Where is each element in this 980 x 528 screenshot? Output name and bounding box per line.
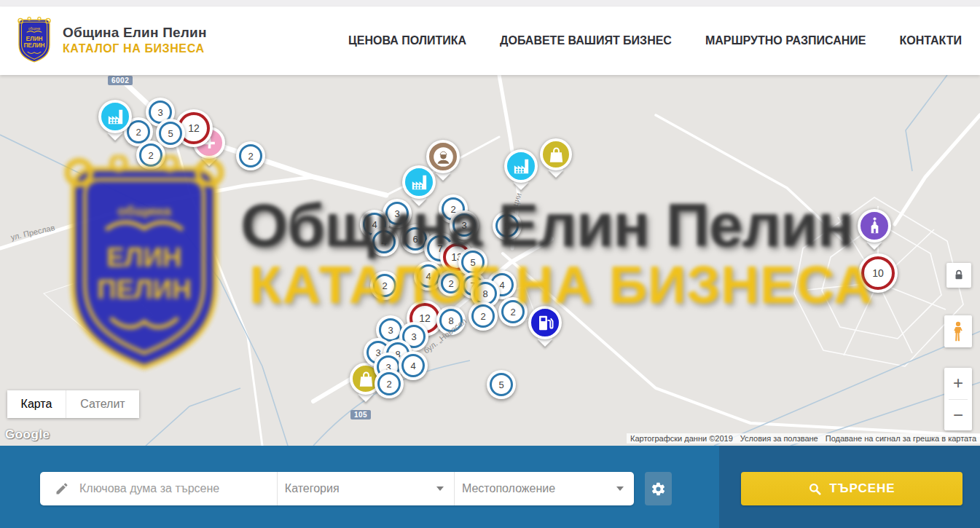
map-pin-factory[interactable] <box>504 149 538 183</box>
nav-item-bus-schedule[interactable]: МАРШРУТНО РАЗПИСАНИЕ <box>705 34 866 47</box>
factory-icon <box>409 172 430 193</box>
cluster-count: 2 <box>448 278 453 289</box>
search-icon <box>808 482 822 496</box>
map-pin-church[interactable] <box>858 209 891 243</box>
shopping-bag-icon <box>356 369 376 389</box>
main-nav: ЦЕНОВА ПОЛИТИКА ДОБАВЕТЕ ВАШИЯТ БИЗНЕС М… <box>348 7 962 75</box>
search-panel: ТЪРСЕНЕ Категория Местоположение <box>0 446 980 528</box>
cluster-count: 4 <box>372 219 377 230</box>
nav-item-add-business[interactable]: ДОБАВЕТЕ ВАШИЯТ БИЗНЕС <box>500 34 672 47</box>
map-cluster-marker[interactable]: 2 <box>236 141 265 170</box>
advanced-search-button[interactable] <box>645 472 672 505</box>
cluster-count: 5 <box>470 257 475 268</box>
cluster-count: 4 <box>499 280 504 291</box>
lock-button[interactable] <box>946 263 971 288</box>
search-action-panel: ТЪРСЕНЕ <box>719 446 980 528</box>
municipality-crest-logo: община ЕЛИН ПЕЛИН <box>15 17 54 63</box>
map-pin-shopping-bag[interactable] <box>540 138 572 170</box>
cluster-count: 4 <box>410 360 415 371</box>
map-type-control: Карта Сателит <box>7 390 139 418</box>
map-cluster-marker[interactable]: 4 <box>369 227 399 256</box>
cluster-count: 2 <box>480 311 485 322</box>
map[interactable]: 123252232354647135422748221283338342510 … <box>0 75 980 446</box>
cluster-count: 4 <box>426 271 431 282</box>
road-number-badge: 105 <box>350 410 371 419</box>
cluster-count: 2 <box>510 307 515 318</box>
top-strip <box>0 0 980 7</box>
cluster-count: 5 <box>504 221 509 232</box>
cluster-count: 2 <box>148 150 153 161</box>
road-number-badge: 6002 <box>108 76 133 85</box>
map-cluster-marker[interactable]: 10 <box>858 253 898 293</box>
map-pin-factory[interactable] <box>98 100 132 133</box>
cluster-count: 6 <box>412 234 418 245</box>
lock-icon <box>952 269 965 282</box>
search-bar: Категория Местоположение <box>40 472 634 505</box>
svg-text:община: община <box>28 27 41 31</box>
map-cluster-marker[interactable]: 2 <box>469 302 498 331</box>
map-cluster-marker[interactable]: 2 <box>370 271 399 300</box>
svg-text:ЕЛИН: ЕЛИН <box>26 36 42 42</box>
cluster-count: 4 <box>381 237 386 248</box>
site-title: Община Елин Пелин <box>63 25 207 41</box>
factory-icon <box>105 106 126 127</box>
cluster-count: 3 <box>157 107 162 118</box>
nav-item-contacts[interactable]: КОНТАКТИ <box>899 34 962 47</box>
search-button[interactable]: ТЪРСЕНЕ <box>741 472 963 505</box>
map-attribution: Картографски данни ©2019 Условия за полз… <box>627 433 980 444</box>
gear-icon <box>651 481 666 497</box>
nav-item-pricing[interactable]: ЦЕНОВА ПОЛИТИКА <box>348 34 466 47</box>
brand[interactable]: община ЕЛИН ПЕЛИН Община Елин Пелин КАТА… <box>15 17 207 63</box>
map-cluster-marker[interactable]: 2 <box>498 297 528 326</box>
google-logo[interactable]: Google <box>5 427 50 442</box>
chevron-down-icon <box>616 486 624 491</box>
map-cluster-marker[interactable]: 2 <box>375 369 404 398</box>
map-cluster-marker[interactable]: 2 <box>136 141 165 170</box>
cluster-count: 3 <box>394 208 399 219</box>
shopping-bag-icon <box>546 145 566 165</box>
cluster-count: 12 <box>188 122 200 134</box>
pegman-button[interactable] <box>944 315 972 347</box>
cluster-count: 2 <box>382 280 387 291</box>
category-select[interactable]: Категория <box>277 472 454 505</box>
cluster-count: 2 <box>136 127 141 138</box>
header: община ЕЛИН ПЕЛИН Община Елин Пелин КАТА… <box>0 7 980 75</box>
cluster-count: 2 <box>248 151 253 162</box>
attribution-copyright: Картографски данни ©2019 <box>627 433 737 444</box>
chevron-down-icon <box>436 486 444 491</box>
cluster-count: 3 <box>411 331 416 342</box>
cluster-count: 8 <box>482 288 487 299</box>
attribution-terms-link[interactable]: Условия за ползване <box>737 433 822 444</box>
page: община ЕЛИН ПЕЛИН Община Елин Пелин КАТА… <box>0 0 980 528</box>
map-view-button[interactable]: Карта <box>7 390 66 418</box>
map-cluster-marker[interactable]: 5 <box>493 211 522 240</box>
zoom-out-button[interactable]: − <box>944 400 972 431</box>
zoom-control: + − <box>944 368 972 430</box>
cluster-count: 2 <box>386 379 391 390</box>
cluster-count: 10 <box>872 267 884 279</box>
svg-text:ПЕЛИН: ПЕЛИН <box>23 42 44 49</box>
pegman-icon <box>950 320 966 342</box>
cluster-count: 5 <box>498 379 503 390</box>
zoom-in-button[interactable]: + <box>944 368 972 399</box>
cluster-count: 3 <box>388 325 393 336</box>
pencil-icon <box>55 481 69 496</box>
map-pin-fuel[interactable] <box>528 306 562 339</box>
map-marker-layer: 123252232354647135422748221283338342510 <box>0 75 980 446</box>
satellite-view-button[interactable]: Сателит <box>66 390 139 418</box>
map-cluster-marker[interactable]: 5 <box>487 370 516 399</box>
fuel-icon <box>535 312 556 334</box>
attribution-report-link[interactable]: Подаване на сигнал за грешка в картата <box>822 433 980 444</box>
map-pin-factory[interactable] <box>402 165 436 199</box>
cluster-count: 3 <box>461 220 466 231</box>
cluster-count: 12 <box>419 312 431 324</box>
church-icon <box>864 216 885 237</box>
site-subtitle: КАТАЛОГ НА БИЗНЕСА <box>63 42 207 55</box>
factory-icon <box>511 156 532 177</box>
worker-icon <box>433 146 454 168</box>
map-cluster-marker[interactable]: 3 <box>450 210 479 240</box>
keyword-input[interactable] <box>78 481 256 496</box>
cluster-count: 5 <box>168 128 173 139</box>
map-cluster-marker[interactable]: 4 <box>399 351 428 380</box>
location-select[interactable]: Местоположение <box>454 472 634 505</box>
